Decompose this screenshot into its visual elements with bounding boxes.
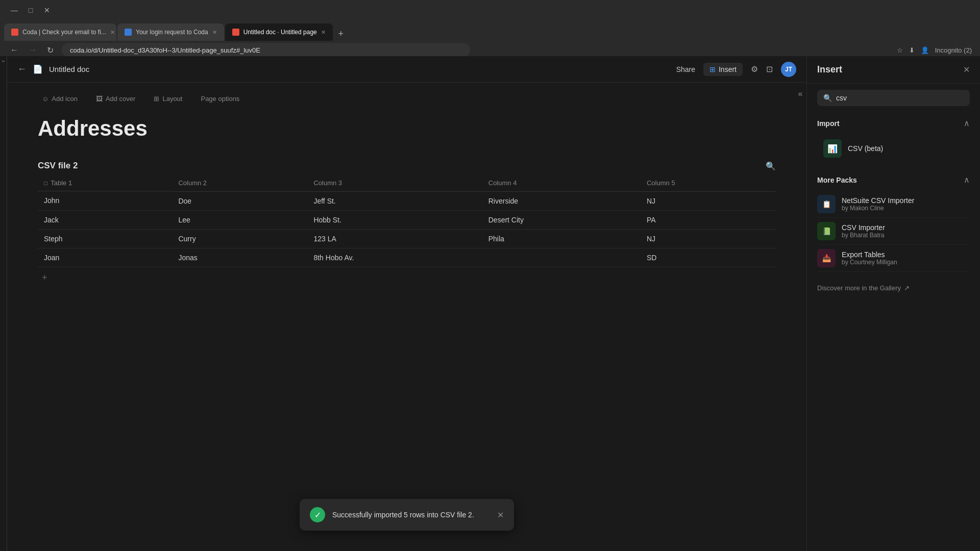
pack-author-export-tables: by Courtney Milligan — [842, 259, 897, 266]
search-icon: 🔍 — [823, 94, 832, 102]
profile-icon[interactable]: 👤 — [921, 46, 929, 54]
toast-success-icon: ✓ — [310, 507, 325, 522]
insert-icon: ⊞ — [709, 65, 716, 73]
cell-col-3[interactable]: Hobb St. — [307, 210, 482, 229]
cell-col-3[interactable]: 123 LA — [307, 229, 482, 248]
cell-col-5[interactable]: PA — [641, 210, 776, 229]
search-input[interactable] — [836, 94, 964, 102]
more-packs-toggle[interactable]: ∧ — [964, 175, 970, 185]
col-1-label: Table 1 — [51, 179, 72, 187]
sidebar: › — [0, 56, 7, 551]
pack-icon-export-tables: 📥 — [817, 249, 836, 267]
table-search-icon[interactable]: 🔍 — [766, 161, 776, 171]
tab-label-2: Your login request to Coda — [136, 29, 208, 36]
col-header-5[interactable]: Column 5 — [641, 175, 776, 191]
tab-2[interactable]: Your login request to Coda ✕ — [117, 23, 224, 41]
import-section: Import ∧ 📊 CSV (beta) — [807, 112, 980, 169]
back-nav-btn[interactable]: ← — [8, 43, 20, 57]
share-button[interactable]: Share — [676, 65, 695, 73]
gallery-link[interactable]: Discover more in the Gallery ↗ — [807, 278, 980, 298]
more-packs-title: More Packs — [817, 176, 857, 184]
tab-close-1[interactable]: ✕ — [110, 29, 115, 36]
new-tab-btn[interactable]: + — [334, 27, 348, 41]
col-header-1[interactable]: □ Table 1 — [38, 175, 172, 191]
import-section-toggle[interactable]: ∧ — [964, 118, 970, 128]
avatar[interactable]: JT — [781, 62, 796, 77]
page-area: « ☺ Add icon 🖼 Add cover ⊞ Layout Page o… — [7, 83, 806, 551]
col-header-4[interactable]: Column 4 — [482, 175, 641, 191]
col-header-3[interactable]: Column 3 — [307, 175, 482, 191]
table-icon: □ — [44, 180, 47, 187]
header-actions: Share ⊞ Insert ⚙ ⊡ JT — [676, 62, 796, 77]
cell-col-5[interactable]: SD — [641, 248, 776, 267]
collapse-panel-btn[interactable]: « — [794, 88, 806, 100]
table-row[interactable]: StephCurry123 LAPhilaNJ — [38, 229, 776, 248]
cell-col-1[interactable]: John — [38, 191, 172, 210]
address-input[interactable] — [62, 43, 470, 57]
image-icon: 🖼 — [96, 95, 103, 103]
cell-col-1[interactable]: Steph — [38, 229, 172, 248]
col-header-2[interactable]: Column 2 — [172, 175, 307, 191]
tab-1[interactable]: Coda | Check your email to fi... ✕ — [4, 23, 116, 41]
layout-btn[interactable]: ⊞ Layout — [150, 93, 186, 105]
cell-col-1[interactable]: Joan — [38, 248, 172, 267]
close-btn[interactable]: ✕ — [41, 4, 53, 16]
cell-col-1[interactable]: Jack — [38, 210, 172, 229]
reload-btn[interactable]: ↻ — [45, 43, 56, 57]
cell-col-3[interactable]: 8th Hobo Av. — [307, 248, 482, 267]
bookmark-icon[interactable]: ☆ — [897, 46, 903, 54]
add-row-btn[interactable]: + — [38, 270, 776, 285]
cell-col-2[interactable]: Curry — [172, 229, 307, 248]
pack-item-netsuite[interactable]: 📋 NetSuite CSV Importer by Makon Cline — [817, 191, 970, 218]
cell-col-2[interactable]: Doe — [172, 191, 307, 210]
table-row[interactable]: JohnDoeJeff St.RiversideNJ — [38, 191, 776, 210]
table-row[interactable]: JackLeeHobb St.Desert CityPA — [38, 210, 776, 229]
right-panel: Insert ✕ 🔍 Import ∧ 📊 CSV (beta) More Pa… — [806, 56, 980, 551]
insert-label: Insert — [719, 65, 737, 73]
pack-item-csv-importer[interactable]: 📗 CSV Importer by Bharat Batra — [817, 218, 970, 245]
table-body: JohnDoeJeff St.RiversideNJJackLeeHobb St… — [38, 191, 776, 267]
add-icon-label: Add icon — [52, 95, 78, 103]
panel-close-btn[interactable]: ✕ — [963, 65, 970, 74]
cell-col-3[interactable]: Jeff St. — [307, 191, 482, 210]
maximize-btn[interactable]: □ — [24, 4, 37, 16]
doc-back-btn[interactable]: ← — [17, 64, 27, 74]
more-btn[interactable]: ⊡ — [766, 64, 773, 74]
table-name[interactable]: CSV file 2 — [38, 161, 78, 171]
cell-col-4[interactable] — [482, 248, 641, 267]
tab-close-3[interactable]: ✕ — [321, 29, 326, 36]
cell-col-4[interactable]: Phila — [482, 229, 641, 248]
cell-col-5[interactable]: NJ — [641, 229, 776, 248]
page-options-btn[interactable]: Page options — [197, 93, 243, 105]
cell-col-4[interactable]: Riverside — [482, 191, 641, 210]
tab-close-2[interactable]: ✕ — [212, 29, 217, 36]
table-section: CSV file 2 🔍 □ Table 1 Column 2 Column 3… — [38, 161, 776, 285]
add-icon-btn[interactable]: ☺ Add icon — [38, 93, 82, 105]
data-table: □ Table 1 Column 2 Column 3 Column 4 Col… — [38, 175, 776, 267]
download-icon[interactable]: ⬇ — [909, 46, 915, 54]
minimize-btn[interactable]: — — [8, 4, 20, 16]
insert-button[interactable]: ⊞ Insert — [703, 63, 743, 76]
csv-beta-item[interactable]: 📊 CSV (beta) — [817, 134, 970, 163]
table-row[interactable]: JoanJonas8th Hobo Av.SD — [38, 248, 776, 267]
cell-col-5[interactable]: NJ — [641, 191, 776, 210]
cell-col-2[interactable]: Jonas — [172, 248, 307, 267]
tab-favicon-2 — [125, 29, 132, 36]
pack-author-netsuite: by Makon Cline — [842, 205, 914, 212]
page-title[interactable]: Addresses — [38, 117, 776, 140]
tab-3[interactable]: Untitled doc · Untitled page ✕ — [225, 23, 333, 41]
add-cover-btn[interactable]: 🖼 Add cover — [92, 93, 140, 105]
pack-item-export-tables[interactable]: 📥 Export Tables by Courtney Milligan — [817, 245, 970, 272]
doc-icon: 📄 — [33, 64, 43, 74]
settings-button[interactable]: ⚙ — [751, 64, 758, 74]
cell-col-2[interactable]: Lee — [172, 210, 307, 229]
app-header: ← 📄 Untitled doc Share ⊞ Insert ⚙ ⊡ JT — [7, 56, 806, 83]
doc-title[interactable]: Untitled doc — [49, 65, 89, 73]
address-right: ☆ ⬇ 👤 Incognito (2) — [897, 46, 972, 54]
toast-close-btn[interactable]: ✕ — [497, 510, 504, 520]
forward-nav-btn[interactable]: → — [27, 43, 39, 57]
cell-col-4[interactable]: Desert City — [482, 210, 641, 229]
layout-label: Layout — [162, 95, 182, 103]
sidebar-expand-icon[interactable]: › — [0, 60, 7, 62]
pack-author-csv-importer: by Bharat Batra — [842, 232, 885, 239]
